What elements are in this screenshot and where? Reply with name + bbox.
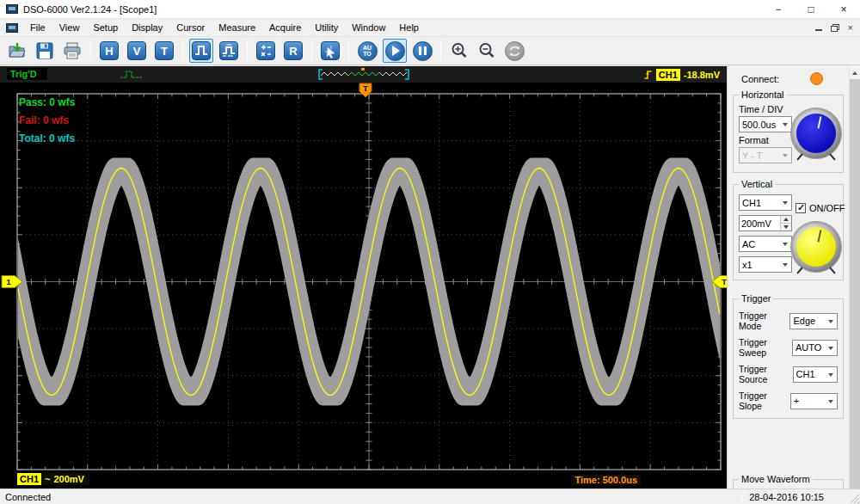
pulse-limits-icon — [219, 41, 238, 60]
toolbar-separator — [311, 40, 312, 61]
menu-item-file[interactable]: File — [23, 21, 52, 34]
menu-item-window[interactable]: Window — [345, 21, 392, 34]
coupling-select[interactable]: AC — [739, 236, 792, 252]
trigger-settings-button[interactable]: T — [152, 39, 176, 63]
print-button[interactable] — [60, 39, 84, 63]
trigger-sweep-select[interactable]: AUTO — [792, 340, 838, 356]
mdi-close-button[interactable]: × — [848, 24, 853, 32]
menu-item-help[interactable]: Help — [392, 21, 426, 34]
panel-scrollbar[interactable] — [849, 66, 860, 489]
trigger-position-marker-label: T — [363, 84, 368, 93]
scope-area: Trig'D CH1 -18.8mV T1T Pas — [0, 66, 727, 489]
trigger-source-badge: CH1 — [656, 69, 680, 81]
mdi-restore-button[interactable] — [831, 24, 839, 32]
connect-label: Connect: — [741, 74, 779, 84]
menu-item-view[interactable]: View — [52, 21, 87, 34]
trigger-source-select[interactable]: CH1 — [793, 366, 838, 383]
pass-count: Pass: 0 wfs — [19, 96, 75, 108]
spin-down-button[interactable] — [781, 224, 791, 230]
probe-select[interactable]: x1 — [739, 256, 792, 273]
toolbar-separator — [348, 40, 349, 61]
pause-button[interactable] — [410, 39, 434, 63]
vertical-settings-button[interactable]: V — [125, 39, 149, 63]
mdi-minimize-button[interactable] — [815, 24, 822, 31]
channel-select[interactable]: CH1 — [739, 194, 792, 211]
channel-select-wrap: CH1 — [739, 194, 792, 211]
math-operators-icon — [256, 41, 275, 60]
zoom-out-icon — [477, 41, 496, 60]
open-folder-icon — [8, 41, 27, 60]
total-count: Total: 0 wfs — [19, 132, 75, 144]
pass-fail-mask-button[interactable] — [189, 39, 213, 63]
reference-button[interactable]: R — [281, 39, 305, 63]
waveform-preview[interactable] — [316, 68, 412, 81]
trigger-mode-select-wrap: Edge — [789, 313, 838, 329]
run-button[interactable] — [383, 39, 407, 63]
refresh-button[interactable] — [502, 39, 526, 63]
maximize-button[interactable]: □ — [795, 0, 827, 18]
vertical-group-title: Vertical — [739, 179, 775, 189]
math-button[interactable] — [254, 39, 278, 63]
save-floppy-icon — [35, 41, 54, 60]
mask-limits-button[interactable] — [217, 39, 241, 63]
pulse-indicator-icon — [119, 69, 144, 80]
channel-onoff-checkbox[interactable] — [796, 203, 806, 213]
channel-position-marker-label: 1 — [6, 278, 10, 286]
pause-icon — [413, 41, 433, 61]
time-div-select[interactable]: 500.0us — [739, 116, 792, 132]
menu-item-cursor[interactable]: Cursor — [169, 21, 212, 34]
trigger-source-label: Trigger Source — [739, 364, 793, 384]
printer-icon — [63, 41, 82, 60]
toolbar-separator — [90, 40, 91, 61]
trigger-slope-select[interactable]: + — [790, 393, 838, 409]
connect-status-indicator[interactable] — [810, 72, 823, 85]
probe-select-wrap: x1 — [739, 256, 792, 273]
menu-item-acquire[interactable]: Acquire — [262, 21, 308, 34]
timebase-readout: Time: 500.0us — [571, 475, 641, 485]
menu-item-measure[interactable]: Measure — [212, 21, 262, 34]
pointer-icon — [321, 41, 340, 60]
save-button[interactable] — [33, 39, 57, 63]
horizontal-group: Horizontal Time / DIV 500.0us Format Y -… — [733, 89, 844, 173]
spin-up-button[interactable] — [781, 216, 791, 224]
cursor-tool-button[interactable] — [318, 39, 342, 63]
open-button[interactable] — [5, 39, 29, 63]
resize-grip[interactable] — [849, 493, 859, 503]
trigger-slope-select-wrap: + — [790, 393, 838, 409]
close-button[interactable]: × — [827, 0, 860, 18]
coupling-symbol: ~ — [45, 474, 50, 484]
trigger-sweep-select-wrap: AUTO — [792, 340, 838, 356]
minimize-button[interactable]: − — [762, 0, 795, 18]
vertical-knob[interactable] — [791, 222, 841, 272]
zoom-in-button[interactable] — [447, 39, 471, 63]
scope-grid-waveform: T1T — [0, 83, 727, 489]
toolbar-separator — [182, 40, 183, 61]
horizontal-settings-button[interactable]: H — [97, 39, 121, 63]
trigger-mode-select[interactable]: Edge — [789, 313, 838, 329]
pulse-mask-icon — [192, 41, 211, 60]
datetime: 28-04-2016 10:15 — [749, 492, 824, 502]
menu-item-setup[interactable]: Setup — [86, 21, 125, 34]
menu-item-utility[interactable]: Utility — [308, 21, 345, 34]
move-waveform-title: Move Waveform — [739, 474, 813, 484]
format-select: Y - T — [739, 147, 792, 163]
zoom-out-button[interactable] — [475, 39, 499, 63]
toolbar-separator — [440, 40, 441, 61]
trigger-status: Trig'D — [7, 68, 47, 80]
vertical-group: Vertical CH1 AC x1 ON/OFF — [733, 179, 844, 280]
menu-item-display[interactable]: Display — [125, 21, 169, 34]
scroll-up-button[interactable] — [850, 66, 860, 79]
horizontal-group-title: Horizontal — [739, 89, 787, 100]
v-letter-icon: V — [127, 41, 146, 60]
trigger-slope-icon — [643, 69, 653, 80]
window-title: DSO-6000 Ver2.1.24 - [Scope1] — [23, 4, 157, 15]
r-letter-icon: R — [284, 41, 303, 60]
scope-doc-icon[interactable] — [6, 23, 18, 33]
volts-div-input[interactable] — [740, 216, 780, 230]
auto-setup-button[interactable]: AU TO — [355, 39, 379, 63]
auto-icon: AU TO — [358, 41, 378, 61]
trigger-group-title: Trigger — [739, 293, 773, 304]
zoom-in-icon — [450, 41, 469, 60]
horizontal-knob[interactable] — [791, 108, 841, 158]
refresh-icon — [505, 41, 525, 61]
